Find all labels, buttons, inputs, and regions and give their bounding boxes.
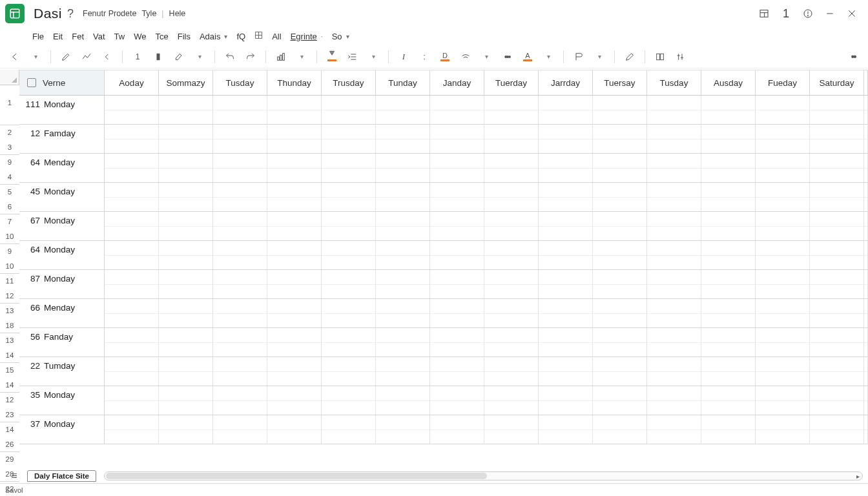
- cell[interactable]: [105, 415, 159, 444]
- cell[interactable]: [701, 270, 756, 298]
- menu-item[interactable]: Fils: [178, 32, 191, 41]
- cell[interactable]: [430, 96, 484, 124]
- cell[interactable]: [322, 125, 376, 153]
- cell[interactable]: [159, 299, 213, 327]
- cell[interactable]: [647, 386, 701, 415]
- cell[interactable]: [539, 154, 593, 182]
- cell[interactable]: [647, 241, 701, 269]
- cell[interactable]: [701, 125, 756, 153]
- cell[interactable]: [593, 386, 647, 415]
- cell[interactable]: [267, 299, 322, 327]
- column-header[interactable]: Trusday: [322, 70, 376, 95]
- cell[interactable]: [647, 328, 701, 356]
- menu-item[interactable]: Fet: [72, 32, 84, 41]
- menu-item[interactable]: Egrinte: [291, 32, 317, 41]
- table-row[interactable]: 66Menday: [19, 299, 868, 328]
- cell[interactable]: [267, 212, 322, 240]
- row-header[interactable]: 1: [0, 96, 19, 110]
- cell[interactable]: [756, 125, 810, 153]
- cell[interactable]: [810, 299, 864, 327]
- cell[interactable]: [213, 96, 267, 124]
- row-header[interactable]: 10: [0, 229, 19, 244]
- cell[interactable]: [539, 299, 593, 327]
- cell[interactable]: [267, 125, 322, 153]
- cell[interactable]: [430, 270, 484, 298]
- cell[interactable]: [267, 415, 322, 444]
- cell[interactable]: [267, 270, 322, 298]
- cell[interactable]: [756, 415, 810, 444]
- dropdown-icon[interactable]: ▾: [541, 50, 555, 64]
- cell[interactable]: [159, 125, 213, 153]
- cell[interactable]: [593, 357, 647, 386]
- cell[interactable]: [484, 328, 539, 356]
- cell[interactable]: [322, 154, 376, 182]
- cell[interactable]: [701, 96, 756, 124]
- cell[interactable]: [213, 241, 267, 269]
- cell[interactable]: [213, 328, 267, 356]
- column-header[interactable]: Jarrday: [539, 70, 593, 95]
- cell[interactable]: [376, 415, 430, 444]
- column-header[interactable]: Janday: [430, 70, 484, 95]
- row-header[interactable]: 4: [0, 170, 19, 185]
- shape-icon[interactable]: [572, 50, 586, 64]
- cell[interactable]: [539, 270, 593, 298]
- column-header[interactable]: Saturday: [810, 70, 864, 95]
- cell[interactable]: [484, 299, 539, 327]
- cell[interactable]: [376, 386, 430, 415]
- table-row[interactable]: 35Monday: [19, 386, 868, 415]
- cell[interactable]: [756, 328, 810, 356]
- minimize-button[interactable]: [819, 3, 841, 25]
- cell[interactable]: [430, 328, 484, 356]
- column-header[interactable]: Ausday: [701, 70, 756, 95]
- cell[interactable]: [267, 357, 322, 386]
- cell[interactable]: [105, 270, 159, 298]
- cell[interactable]: [159, 270, 213, 298]
- cell[interactable]: [593, 299, 647, 327]
- toolbar-overflow[interactable]: ••: [846, 50, 860, 64]
- cell[interactable]: [105, 357, 159, 386]
- menu-item[interactable]: Adais: [200, 32, 221, 41]
- dropdown-icon[interactable]: ▾: [294, 50, 309, 64]
- cell[interactable]: [593, 241, 647, 269]
- number-icon[interactable]: 1: [130, 50, 145, 64]
- cell[interactable]: [647, 357, 701, 386]
- cell[interactable]: [322, 386, 376, 415]
- cell[interactable]: [539, 386, 593, 415]
- scroll-right-icon[interactable]: ▸: [856, 472, 860, 480]
- cell[interactable]: [105, 299, 159, 327]
- layout-icon[interactable]: [753, 3, 775, 25]
- cell[interactable]: [756, 270, 810, 298]
- cell[interactable]: [267, 328, 322, 356]
- cell[interactable]: [647, 212, 701, 240]
- cell[interactable]: [159, 328, 213, 356]
- document-title[interactable]: Dasi: [34, 6, 62, 21]
- row-header[interactable]: 14: [0, 348, 19, 363]
- cell[interactable]: [593, 328, 647, 356]
- menu-item[interactable]: Vat: [93, 32, 105, 41]
- cell[interactable]: [213, 270, 267, 298]
- cell[interactable]: [810, 212, 864, 240]
- cell[interactable]: [213, 299, 267, 327]
- cell[interactable]: [267, 241, 322, 269]
- row-header[interactable]: 6: [0, 200, 19, 214]
- text-color-icon[interactable]: A: [521, 50, 535, 64]
- table-row[interactable]: 64Monday: [19, 241, 868, 270]
- cell[interactable]: [756, 154, 810, 182]
- cell[interactable]: [430, 415, 484, 444]
- cell[interactable]: [105, 125, 159, 153]
- chevron-down-icon[interactable]: ▾: [224, 33, 227, 40]
- dropdown-icon[interactable]: ▾: [479, 50, 493, 64]
- cell[interactable]: [539, 415, 593, 444]
- row-header[interactable]: 2: [0, 125, 19, 140]
- cell[interactable]: [647, 125, 701, 153]
- chart-icon[interactable]: [274, 50, 288, 64]
- row-header[interactable]: 14: [0, 378, 19, 393]
- cell[interactable]: [159, 154, 213, 182]
- edit-icon[interactable]: [59, 50, 73, 64]
- ellipsis-icon[interactable]: •••: [500, 50, 514, 64]
- cell[interactable]: [756, 96, 810, 124]
- underline-icon[interactable]: D: [438, 50, 452, 64]
- cell[interactable]: [376, 212, 430, 240]
- cell[interactable]: [539, 125, 593, 153]
- row-header[interactable]: 10: [0, 259, 19, 274]
